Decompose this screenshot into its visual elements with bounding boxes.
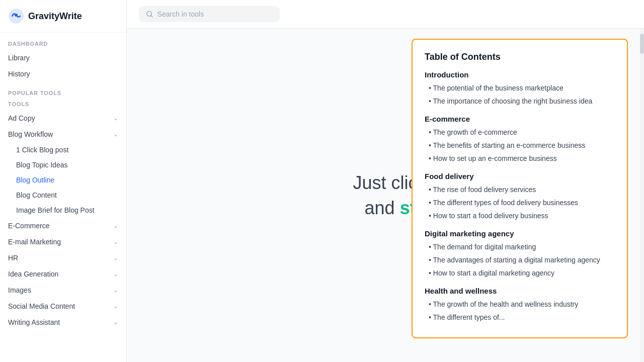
sidebar-item-images[interactable]: Images ⌄: [0, 282, 126, 298]
main-area: Just click anywhere and start editing Ta…: [127, 0, 644, 362]
toc-section-food-delivery: Food delivery: [425, 172, 615, 180]
content-area: Just click anywhere and start editing Ta…: [127, 29, 644, 362]
sidebar: GravityWrite DASHBOARD Library History P…: [0, 0, 127, 362]
sidebar-item-blog-workflow[interactable]: Blog Workflow ⌄: [0, 126, 126, 142]
toc-list-introduction: The potential of the business marketplac…: [425, 83, 615, 107]
tools-label: TOOLS: [0, 99, 126, 110]
chevron-down-icon: ⌄: [113, 287, 118, 294]
toc-item: The demand for digital marketing: [429, 242, 615, 252]
page-scrollbar[interactable]: [640, 29, 644, 362]
toc-section-introduction: Introduction: [425, 70, 615, 79]
scrollbar-thumb: [640, 34, 644, 54]
toc-list-health-wellness: The growth of the health and wellness in…: [425, 299, 615, 323]
toc-item: The importance of choosing the right bus…: [429, 96, 615, 107]
header: [127, 0, 644, 29]
table-of-contents-card: Table of Contents Introduction The poten…: [412, 39, 628, 338]
svg-point-1: [15, 14, 18, 17]
toc-section-ecommerce: E-commerce: [425, 115, 615, 123]
toc-list-food-delivery: The rise of food delivery services The d…: [425, 185, 615, 221]
chevron-down-icon: ⌄: [113, 319, 118, 326]
sidebar-item-e-commerce[interactable]: E-Commerce ⌄: [0, 218, 126, 234]
chevron-down-icon: ⌄: [113, 115, 118, 122]
logo: GravityWrite: [0, 0, 126, 33]
chevron-down-icon: ⌄: [113, 131, 118, 138]
chevron-down-icon: ⌄: [113, 270, 118, 278]
toc-title: Table of Contents: [425, 52, 615, 62]
chevron-down-icon: ⌄: [113, 254, 118, 261]
sidebar-item-library[interactable]: Library: [0, 50, 126, 66]
sidebar-item-ad-copy[interactable]: Ad Copy ⌄: [0, 110, 126, 126]
sidebar-item-hr[interactable]: HR ⌄: [0, 250, 126, 266]
sidebar-item-1click-blog[interactable]: 1 Click Blog post: [0, 142, 126, 157]
toc-item: The benefits of starting an e-commerce b…: [429, 140, 615, 151]
sidebar-item-blog-topic-ideas[interactable]: Blog Topic Ideas: [0, 157, 126, 172]
toc-section-health-wellness: Health and wellness: [425, 287, 615, 295]
toc-item: The growth of e-commerce: [429, 127, 615, 138]
toc-item: The different types of food delivery bus…: [429, 198, 615, 208]
toc-list-digital-marketing: The demand for digital marketing The adv…: [425, 242, 615, 279]
toc-item: How to start a food delivery business: [429, 211, 615, 221]
toc-item: The rise of food delivery services: [429, 185, 615, 195]
sidebar-item-image-brief[interactable]: Image Brief for Blog Post: [0, 203, 126, 218]
sidebar-item-idea-generation[interactable]: Idea Generation ⌄: [0, 266, 126, 282]
sidebar-item-email-marketing[interactable]: E-mail Marketing ⌄: [0, 234, 126, 250]
toc-item: The different types of...: [429, 312, 615, 323]
sidebar-item-history[interactable]: History: [0, 66, 126, 82]
dashboard-section-label: DASHBOARD: [0, 33, 126, 50]
chevron-down-icon: ⌄: [113, 303, 118, 310]
toc-section-digital-marketing: Digital marketing agency: [425, 229, 615, 238]
sidebar-item-blog-outline[interactable]: Blog Outline: [0, 172, 126, 188]
gravitywrite-logo-icon: [8, 8, 24, 24]
toc-item: The advantages of starting a digital mar…: [429, 255, 615, 265]
search-icon: [146, 10, 153, 18]
search-box[interactable]: [139, 6, 280, 22]
chevron-down-icon: ⌄: [113, 238, 118, 245]
logo-text: GravityWrite: [28, 11, 82, 22]
toc-list-ecommerce: The growth of e-commerce The benefits of…: [425, 127, 615, 164]
toc-item: The potential of the business marketplac…: [429, 83, 615, 94]
search-input[interactable]: [157, 10, 273, 18]
sidebar-item-writing-assistant[interactable]: Writing Assistant ⌄: [0, 314, 126, 330]
chevron-down-icon: ⌄: [113, 222, 118, 229]
toc-item: How to set up an e-commerce business: [429, 153, 615, 164]
sidebar-item-social-media[interactable]: Social Media Content ⌄: [0, 298, 126, 314]
sidebar-item-blog-content[interactable]: Blog Content: [0, 188, 126, 203]
toc-item: How to start a digital marketing agency: [429, 268, 615, 279]
popular-tools-label: POPULAR TOOLS: [0, 82, 126, 99]
toc-item: The growth of the health and wellness in…: [429, 299, 615, 310]
